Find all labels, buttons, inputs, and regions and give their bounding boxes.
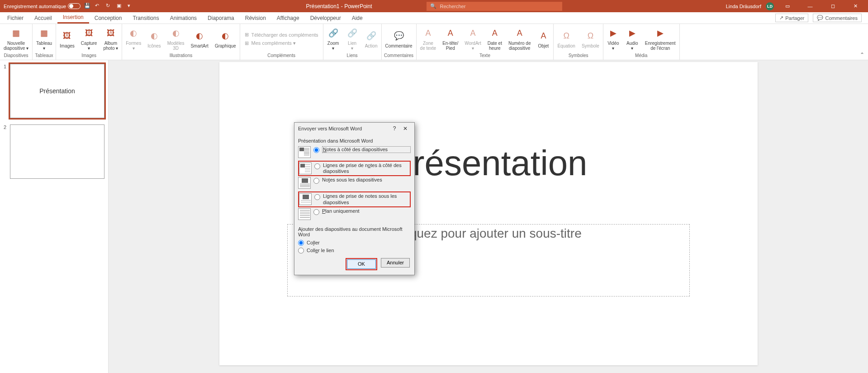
layout-radio[interactable]: [314, 163, 320, 169]
ribbon-icon: 🔗: [346, 27, 359, 40]
ribbon-icon: 💬: [393, 30, 405, 43]
ribbon-btn: AZonede texte: [418, 26, 438, 52]
ribbon-icon: ▦: [10, 27, 23, 40]
ribbon-btn[interactable]: ANuméro dediapositive: [507, 26, 532, 52]
layout-preview-icon: [298, 146, 311, 158]
ribbon-btn[interactable]: AEn-tête/Pied: [441, 26, 460, 52]
redo-icon[interactable]: ↻: [106, 3, 113, 10]
ribbon-btn[interactable]: ◐SmartArt: [189, 29, 210, 49]
tab-transitions[interactable]: Transitions: [127, 12, 164, 24]
slide-thumb[interactable]: 2: [4, 124, 104, 179]
ok-button[interactable]: OK: [347, 259, 376, 269]
ribbon-icon: ◐: [127, 27, 140, 40]
ribbon-display-icon[interactable]: ▭: [778, 0, 797, 12]
titlebar: Enregistrement automatique 💾 ↶ ↻ ▣ ▾ Pré…: [0, 0, 868, 12]
ribbon-icon: ◐: [193, 30, 206, 43]
minimize-icon[interactable]: —: [801, 0, 819, 12]
ribbon-btn[interactable]: ADate etheure: [486, 26, 504, 52]
layout-preview-icon: [298, 208, 311, 220]
layout-label: Lignes de prise de notes à côté des diap…: [323, 163, 410, 174]
add-option-1[interactable]: Coller le lien: [298, 247, 411, 254]
ribbon-btn[interactable]: 💬Commentaire: [384, 29, 414, 49]
workspace: 1Présentation2 Présentation Cliquez pour…: [0, 60, 868, 373]
user-avatar[interactable]: LD: [766, 2, 774, 10]
cancel-button[interactable]: Annuler: [381, 258, 410, 268]
autosave-toggle[interactable]: Enregistrement automatique: [4, 3, 81, 9]
tab-accueil[interactable]: Accueil: [29, 12, 57, 24]
dialog-titlebar[interactable]: Envoyer vers Microsoft Word ? ✕: [294, 123, 414, 134]
addin-icon: ⊞: [245, 40, 249, 46]
ribbon-icon: ▦: [38, 27, 51, 40]
add-radio[interactable]: [298, 248, 304, 253]
ribbon-btn[interactable]: 🖼Albumphoto ▾: [101, 26, 120, 52]
ribbon-icon: A: [466, 27, 479, 40]
ribbon-btn[interactable]: ▶Vidéo▾: [605, 26, 621, 52]
present-icon[interactable]: ▣: [117, 3, 124, 10]
help-icon[interactable]: ?: [389, 125, 400, 132]
slide-panel[interactable]: 1Présentation2: [0, 60, 109, 373]
toggle-switch[interactable]: [68, 3, 81, 9]
share-icon: ↗: [779, 15, 783, 21]
layout-radio[interactable]: [313, 178, 319, 184]
ribbon-btn[interactable]: ▶Audio▾: [624, 26, 640, 52]
ribbon-stack-item: ⊞Télécharger des compléments: [245, 32, 318, 38]
tab-insertion[interactable]: Insertion: [57, 12, 89, 24]
tab-conception[interactable]: Conception: [89, 12, 128, 24]
group-label: Symboles: [555, 53, 601, 59]
tab-animations[interactable]: Animations: [165, 12, 202, 24]
ribbon-btn[interactable]: ◐Graphique: [213, 29, 238, 49]
group-label: Diapositives: [2, 53, 30, 59]
layout-option-4[interactable]: Plan uniquement: [298, 207, 411, 223]
ribbon-btn: ◐Modèles3D: [166, 26, 186, 52]
ribbon-collapse-icon[interactable]: ⌃: [856, 50, 868, 60]
add-label: Coller: [307, 240, 320, 245]
tab-affichage[interactable]: Affichage: [271, 12, 305, 24]
tab-révision[interactable]: Révision: [240, 12, 271, 24]
ribbon-btn[interactable]: ▦Tableau▾: [34, 26, 54, 52]
ribbon-btn[interactable]: 🖼Capture▾: [79, 26, 99, 52]
ribbon-btn[interactable]: 🔗Zoom▾: [325, 26, 342, 52]
add-radio[interactable]: [298, 240, 304, 246]
ribbon-icon: 🔗: [327, 27, 340, 40]
layout-option-0[interactable]: Notes à côté des diapositives: [298, 145, 411, 161]
ribbon-icon: ◐: [170, 27, 182, 40]
slide-thumb[interactable]: 1Présentation: [4, 64, 104, 118]
add-option-0[interactable]: Coller: [298, 239, 411, 247]
user-name[interactable]: Linda Dräusdorf: [726, 4, 761, 9]
tab-diaporama[interactable]: Diaporama: [202, 12, 240, 24]
search-box[interactable]: 🔍 Rechercher: [427, 2, 562, 11]
tab-fichier[interactable]: Fichier: [2, 12, 29, 24]
tab-développeur[interactable]: Développeur: [305, 12, 346, 24]
ribbon-btn[interactable]: ▦Nouvellediapositive ▾: [2, 26, 30, 52]
comments-button[interactable]: 💬 Commentaires: [813, 14, 862, 22]
ribbon-group-illustrations: ◐Formes▾◐Icônes◐Modèles3D◐SmartArt◐Graph…: [122, 24, 240, 60]
save-icon[interactable]: 💾: [84, 3, 91, 10]
layout-radio[interactable]: [314, 194, 320, 200]
dialog-title: Envoyer vers Microsoft Word: [298, 126, 389, 131]
qat-more-icon[interactable]: ▾: [128, 3, 135, 10]
group-label: Images: [58, 53, 120, 59]
send-to-word-dialog: Envoyer vers Microsoft Word ? ✕ Présenta…: [294, 122, 415, 275]
ribbon-btn[interactable]: 🖼Images: [58, 29, 76, 49]
layout-radio[interactable]: [313, 209, 319, 215]
group-label: Tableaux: [34, 53, 54, 59]
undo-icon[interactable]: ↶: [95, 3, 102, 10]
layout-option-1[interactable]: Lignes de prise de notes à côté des diap…: [298, 161, 411, 176]
dialog-close-icon[interactable]: ✕: [400, 125, 411, 132]
layout-radio[interactable]: [313, 147, 319, 153]
search-icon: 🔍: [430, 3, 436, 9]
ribbon-group-images: 🖼Images🖼Capture▾🖼Albumphoto ▾Images: [56, 24, 122, 60]
close-icon[interactable]: ✕: [846, 0, 864, 12]
slide-editor[interactable]: Présentation Cliquez pour ajouter un sou…: [109, 60, 868, 373]
layout-option-2[interactable]: Notes sous les diapositives: [298, 176, 411, 191]
layout-preview-icon: [299, 163, 312, 174]
ribbon: ▦Nouvellediapositive ▾Diapositives▦Table…: [0, 24, 868, 60]
tab-aide[interactable]: Aide: [346, 12, 368, 24]
ribbon-btn[interactable]: ▶Enregistrementde l'écran: [643, 26, 678, 52]
layout-option-3[interactable]: Lignes de prise de notes sous les diapos…: [298, 191, 411, 207]
ribbon-icon: A: [513, 27, 526, 40]
ribbon-group-tableaux: ▦Tableau▾Tableaux: [33, 24, 56, 60]
ribbon-btn[interactable]: AObjet: [535, 29, 551, 49]
maximize-icon[interactable]: ◻: [824, 0, 842, 12]
share-button[interactable]: ↗ Partager: [775, 14, 808, 22]
